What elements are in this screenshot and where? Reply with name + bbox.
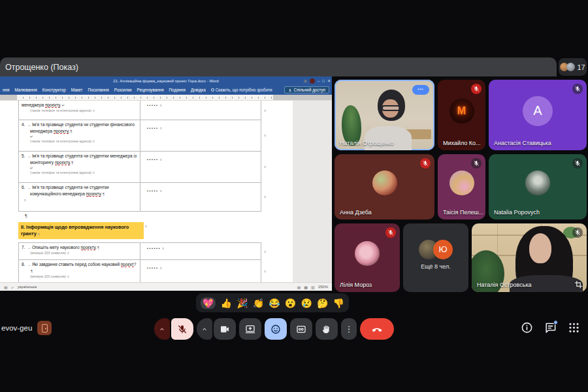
reaction-party[interactable]: 🎉: [237, 299, 248, 308]
participant-name: Таісія Пелеш...: [443, 209, 483, 216]
more-options-button[interactable]: ⋮: [341, 318, 357, 340]
end-call-button[interactable]: [360, 318, 394, 340]
ribbon-tab[interactable]: Подання: [169, 88, 186, 92]
avatar: A: [523, 96, 553, 126]
reaction-thumbs-down[interactable]: 👎: [333, 299, 344, 308]
close-icon[interactable]: ✕: [327, 78, 331, 83]
mic-control: [154, 318, 193, 340]
apps-grid-icon[interactable]: [568, 321, 580, 334]
crop-icon: [574, 280, 583, 288]
section-heading: II. Інформація щодо впровадження науково…: [18, 222, 144, 239]
ribbon-tab[interactable]: Малювання: [14, 88, 37, 92]
reaction-heart[interactable]: 💖: [201, 297, 216, 309]
section-heading-row: II. Інформація щодо впровадження науково…: [18, 222, 261, 239]
print-layout-icon[interactable]: ▦: [304, 285, 308, 289]
overflow-avatars: Ю: [419, 240, 453, 259]
minimize-icon[interactable]: –: [318, 79, 319, 83]
camera-control: [197, 318, 236, 340]
captions-button[interactable]: [290, 318, 312, 340]
mic-off-icon: [572, 84, 583, 94]
paragraph-mark: ¶: [18, 212, 261, 220]
overflow-count-label: Ещё 8 чел.: [403, 263, 468, 270]
word-ribbon-tabs: ння Малювання Конструктор Макет Посиланн…: [0, 85, 332, 95]
participant-name: Михайло Ко...: [443, 140, 481, 146]
avatar: [355, 241, 380, 266]
tell-me-search[interactable]: Скажіть, що потрібно зробити: [211, 88, 272, 92]
reaction-thinking[interactable]: 🤔: [317, 299, 328, 308]
word-canvas: менеджера проєкту.↵ (також телефон та ел…: [0, 101, 332, 282]
word-share-button[interactable]: Спільний доступ: [284, 86, 329, 93]
chat-icon[interactable]: [544, 321, 557, 334]
mic-off-icon: [572, 158, 583, 169]
participants-count-pill[interactable]: 17: [559, 58, 587, 76]
table-row: 5.→Ім'я та прізвище студента чи студентк…: [18, 152, 261, 183]
word-statusbar: ▤ ✓ українська ▤ ▦ ▥ 150%: [0, 282, 332, 291]
lightbulb-icon: [211, 88, 214, 91]
mic-off-icon: [385, 227, 396, 238]
video-tile-natalia-otroshchenko[interactable]: ⋯ Наталія Отрощенко: [335, 80, 434, 150]
document-page[interactable]: менеджера проєкту.↵ (також телефон та ел…: [0, 101, 293, 282]
video-tile-mykhailo[interactable]: M Михайло Ко...: [438, 80, 485, 150]
door-icon[interactable]: [37, 321, 52, 335]
mic-muted-button[interactable]: [171, 318, 193, 340]
reaction-cry[interactable]: 😢: [301, 299, 312, 308]
reactions-button[interactable]: [265, 318, 287, 340]
video-tile-natalia-ostrovska[interactable]: Наталія Островська: [472, 223, 587, 292]
reactions-bar: 💖 👍 🎉 👏 😂 😮 😢 🤔 👎: [196, 293, 349, 312]
mic-off-icon: [572, 227, 583, 238]
screen-share-word-window[interactable]: 21. Аплікаційна форма_науковий проект Го…: [0, 76, 332, 291]
spellcheck-icon[interactable]: ✓: [11, 285, 14, 289]
reaction-laugh[interactable]: 😂: [269, 299, 280, 308]
zoom-level[interactable]: 150%: [318, 285, 328, 289]
chat-notification-dot: [553, 320, 558, 325]
restore-icon[interactable]: □: [322, 79, 325, 83]
avatar: M: [449, 99, 474, 123]
word-account-avatar: [310, 78, 315, 84]
mic-off-icon: [471, 158, 482, 169]
video-tile-anastasia-stavytska[interactable]: A Анастасія Ставицька: [489, 80, 587, 150]
read-mode-icon[interactable]: ▤: [297, 285, 301, 289]
participant-name: Наталія Островська: [477, 282, 532, 288]
presenter-label: Отрощенко (Показ): [5, 63, 78, 72]
ribbon-tab[interactable]: ння: [3, 88, 9, 92]
ribbon-tab[interactable]: Розсилки: [114, 88, 132, 92]
avatar: [372, 171, 397, 195]
warning-icon: ⚠: [304, 78, 307, 83]
camera-button[interactable]: [214, 318, 236, 340]
person-icon: [288, 88, 292, 92]
video-tile-anna-dzeba[interactable]: Анна Дзеба: [335, 154, 434, 220]
ribbon-tab[interactable]: Макет: [71, 88, 83, 92]
video-tile-overflow[interactable]: Ю Ещё 8 чел.: [403, 223, 468, 292]
mic-off-icon: [471, 84, 482, 94]
ribbon-tab[interactable]: Посилання: [88, 88, 108, 92]
word-titlebar: 21. Аплікаційна форма_науковий проект Го…: [0, 76, 332, 85]
camera-options-chevron-icon[interactable]: [197, 318, 212, 340]
call-controls: ⋮: [154, 318, 394, 340]
web-layout-icon[interactable]: ▥: [311, 285, 315, 289]
table-row: 4.→Ім'я та прізвище студента чи студентк…: [18, 120, 261, 152]
page-info-icon[interactable]: ▤: [4, 285, 8, 289]
table-row: 6.→Ім'я та прізвище студента чи студентк…: [18, 183, 261, 212]
mic-options-chevron-icon[interactable]: [154, 318, 170, 340]
video-grid: ⋯ Наталія Отрощенко M Михайло Ко... A Ан…: [335, 80, 587, 292]
table-row: 7.→Опишіть мету наукового проєкту.¶ (мін…: [18, 242, 261, 260]
present-screen-button[interactable]: [239, 318, 261, 340]
participant-name: Анастасія Ставицька: [494, 140, 551, 146]
reaction-clap[interactable]: 👏: [253, 299, 264, 308]
status-language[interactable]: українська: [18, 285, 37, 289]
participant-count: 17: [577, 63, 585, 71]
footer-right-icons: [521, 321, 580, 334]
ribbon-tab[interactable]: Рецензування: [137, 88, 164, 92]
reaction-thumbs-up[interactable]: 👍: [221, 299, 232, 308]
ribbon-tab[interactable]: Конструктор: [42, 88, 66, 92]
ribbon-tab[interactable]: Довідка: [191, 88, 206, 92]
video-tile-lilia-moroz[interactable]: Лілія Мороз: [335, 223, 400, 292]
reaction-surprised[interactable]: 😮: [285, 299, 296, 308]
avatar: Ю: [433, 240, 453, 259]
video-tile-natalia-popovych[interactable]: Natalia Popovych: [489, 154, 587, 220]
info-icon[interactable]: [521, 321, 533, 334]
participant-name: Лілія Мороз: [340, 282, 372, 288]
video-tile-taisia-pelesh[interactable]: Таісія Пелеш...: [438, 154, 485, 220]
raise-hand-button[interactable]: [316, 318, 338, 340]
tile-options-icon[interactable]: ⋯: [412, 85, 429, 95]
